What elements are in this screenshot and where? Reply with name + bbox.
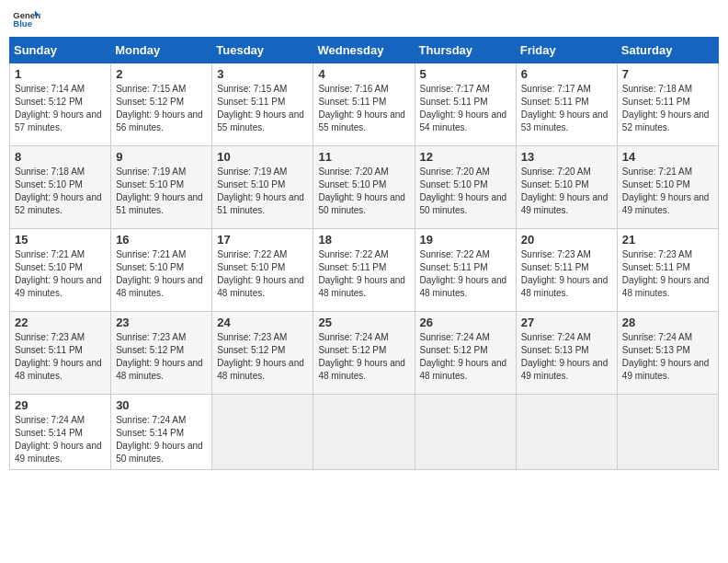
day-info: Sunrise: 7:24 AMSunset: 5:12 PMDaylight:… [420,331,511,383]
weekday-header-thursday: Thursday [415,38,516,63]
day-number: 18 [318,233,409,247]
day-number: 9 [116,150,207,164]
calendar-cell [617,395,718,470]
weekday-header-monday: Monday [111,38,212,63]
day-info: Sunrise: 7:19 AMSunset: 5:10 PMDaylight:… [217,166,308,217]
day-info: Sunrise: 7:20 AMSunset: 5:10 PMDaylight:… [521,166,612,217]
weekday-header-tuesday: Tuesday [212,38,313,63]
day-info: Sunrise: 7:23 AMSunset: 5:11 PMDaylight:… [15,331,106,383]
day-number: 20 [521,233,612,247]
calendar-week-row: 15Sunrise: 7:21 AMSunset: 5:10 PMDayligh… [10,229,719,312]
calendar-cell: 9Sunrise: 7:19 AMSunset: 5:10 PMDaylight… [111,146,212,229]
day-info: Sunrise: 7:21 AMSunset: 5:10 PMDaylight:… [622,166,713,217]
calendar-cell: 30Sunrise: 7:24 AMSunset: 5:14 PMDayligh… [111,395,212,470]
day-number: 11 [318,150,409,164]
calendar-cell [415,395,516,470]
day-number: 7 [622,67,713,81]
calendar-cell: 26Sunrise: 7:24 AMSunset: 5:12 PMDayligh… [415,312,516,395]
day-info: Sunrise: 7:22 AMSunset: 5:11 PMDaylight:… [420,248,511,300]
day-info: Sunrise: 7:22 AMSunset: 5:10 PMDaylight:… [217,248,308,300]
day-number: 28 [622,316,713,329]
calendar-cell: 22Sunrise: 7:23 AMSunset: 5:11 PMDayligh… [10,312,111,395]
weekday-header-wednesday: Wednesday [313,38,415,63]
day-number: 21 [622,233,713,247]
day-info: Sunrise: 7:20 AMSunset: 5:10 PMDaylight:… [318,166,409,217]
day-number: 6 [521,67,612,81]
svg-text:Blue: Blue [13,18,32,29]
day-number: 23 [116,316,207,329]
calendar-cell: 27Sunrise: 7:24 AMSunset: 5:13 PMDayligh… [516,312,617,395]
header: General Blue [9,9,719,29]
day-info: Sunrise: 7:15 AMSunset: 5:11 PMDaylight:… [217,83,308,134]
day-info: Sunrise: 7:18 AMSunset: 5:11 PMDaylight:… [622,83,713,134]
calendar-cell [516,395,617,470]
day-info: Sunrise: 7:21 AMSunset: 5:10 PMDaylight:… [15,248,106,300]
day-info: Sunrise: 7:20 AMSunset: 5:10 PMDaylight:… [420,166,511,217]
day-info: Sunrise: 7:24 AMSunset: 5:13 PMDaylight:… [521,331,612,383]
day-number: 1 [15,67,106,81]
calendar-week-row: 8Sunrise: 7:18 AMSunset: 5:10 PMDaylight… [10,146,719,229]
day-number: 16 [116,233,207,247]
calendar-cell: 6Sunrise: 7:17 AMSunset: 5:11 PMDaylight… [516,63,617,146]
day-number: 24 [217,316,308,329]
day-number: 13 [521,150,612,164]
day-info: Sunrise: 7:23 AMSunset: 5:12 PMDaylight:… [217,331,308,383]
calendar-cell: 18Sunrise: 7:22 AMSunset: 5:11 PMDayligh… [313,229,415,312]
calendar-cell: 13Sunrise: 7:20 AMSunset: 5:10 PMDayligh… [516,146,617,229]
calendar-cell: 8Sunrise: 7:18 AMSunset: 5:10 PMDaylight… [10,146,111,229]
day-number: 14 [622,150,713,164]
calendar-body: 1Sunrise: 7:14 AMSunset: 5:12 PMDaylight… [10,63,719,470]
calendar-cell: 1Sunrise: 7:14 AMSunset: 5:12 PMDaylight… [10,63,111,146]
day-number: 15 [15,233,106,247]
day-number: 4 [318,67,409,81]
day-info: Sunrise: 7:24 AMSunset: 5:14 PMDaylight:… [15,414,106,465]
calendar-cell [212,395,313,470]
logo: General Blue [13,9,40,29]
calendar-cell: 17Sunrise: 7:22 AMSunset: 5:10 PMDayligh… [212,229,313,312]
calendar-week-row: 29Sunrise: 7:24 AMSunset: 5:14 PMDayligh… [10,395,719,470]
calendar-cell: 2Sunrise: 7:15 AMSunset: 5:12 PMDaylight… [111,63,212,146]
calendar-cell: 25Sunrise: 7:24 AMSunset: 5:12 PMDayligh… [313,312,415,395]
day-info: Sunrise: 7:23 AMSunset: 5:11 PMDaylight:… [521,248,612,300]
calendar-cell [313,395,415,470]
calendar-cell: 20Sunrise: 7:23 AMSunset: 5:11 PMDayligh… [516,229,617,312]
calendar-cell: 28Sunrise: 7:24 AMSunset: 5:13 PMDayligh… [617,312,718,395]
calendar-week-row: 22Sunrise: 7:23 AMSunset: 5:11 PMDayligh… [10,312,719,395]
day-number: 17 [217,233,308,247]
calendar-cell: 19Sunrise: 7:22 AMSunset: 5:11 PMDayligh… [415,229,516,312]
logo-icon: General Blue [13,9,40,29]
calendar-week-row: 1Sunrise: 7:14 AMSunset: 5:12 PMDaylight… [10,63,719,146]
day-number: 5 [420,67,511,81]
calendar-cell: 29Sunrise: 7:24 AMSunset: 5:14 PMDayligh… [10,395,111,470]
day-number: 3 [217,67,308,81]
day-number: 19 [420,233,511,247]
day-info: Sunrise: 7:24 AMSunset: 5:13 PMDaylight:… [622,331,713,383]
calendar-cell: 21Sunrise: 7:23 AMSunset: 5:11 PMDayligh… [617,229,718,312]
day-number: 27 [521,316,612,329]
day-info: Sunrise: 7:24 AMSunset: 5:12 PMDaylight:… [318,331,409,383]
calendar-cell: 15Sunrise: 7:21 AMSunset: 5:10 PMDayligh… [10,229,111,312]
day-info: Sunrise: 7:17 AMSunset: 5:11 PMDaylight:… [420,83,511,134]
day-info: Sunrise: 7:17 AMSunset: 5:11 PMDaylight:… [521,83,612,134]
calendar-cell: 3Sunrise: 7:15 AMSunset: 5:11 PMDaylight… [212,63,313,146]
day-number: 10 [217,150,308,164]
calendar-cell: 7Sunrise: 7:18 AMSunset: 5:11 PMDaylight… [617,63,718,146]
calendar-cell: 10Sunrise: 7:19 AMSunset: 5:10 PMDayligh… [212,146,313,229]
calendar-table: SundayMondayTuesdayWednesdayThursdayFrid… [9,37,719,470]
calendar-cell: 16Sunrise: 7:21 AMSunset: 5:10 PMDayligh… [111,229,212,312]
day-number: 26 [420,316,511,329]
day-number: 8 [15,150,106,164]
weekday-header-friday: Friday [516,38,617,63]
calendar-cell: 4Sunrise: 7:16 AMSunset: 5:11 PMDaylight… [313,63,415,146]
day-number: 30 [116,398,207,412]
day-info: Sunrise: 7:18 AMSunset: 5:10 PMDaylight:… [15,166,106,217]
weekday-header-sunday: Sunday [10,38,111,63]
day-info: Sunrise: 7:23 AMSunset: 5:11 PMDaylight:… [622,248,713,300]
day-number: 29 [15,398,106,412]
calendar-cell: 12Sunrise: 7:20 AMSunset: 5:10 PMDayligh… [415,146,516,229]
day-info: Sunrise: 7:21 AMSunset: 5:10 PMDaylight:… [116,248,207,300]
calendar-cell: 11Sunrise: 7:20 AMSunset: 5:10 PMDayligh… [313,146,415,229]
day-number: 12 [420,150,511,164]
day-number: 2 [116,67,207,81]
day-info: Sunrise: 7:23 AMSunset: 5:12 PMDaylight:… [116,331,207,383]
